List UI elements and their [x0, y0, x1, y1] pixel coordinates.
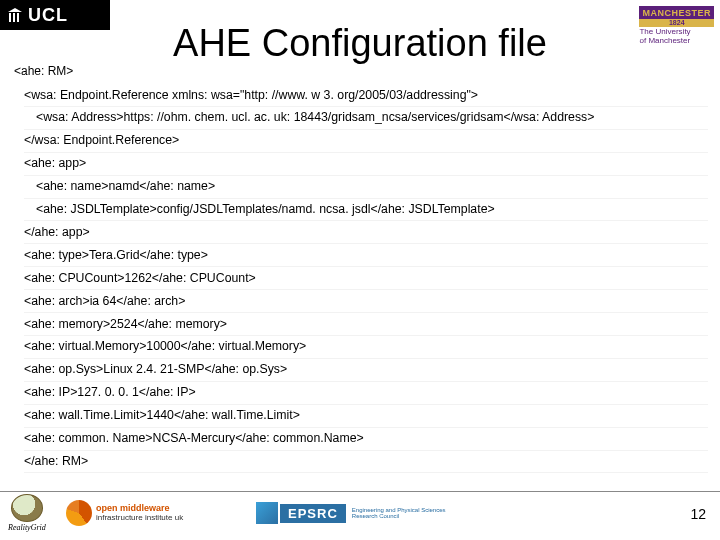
- footer: RealityGrid open middleware infrastructu…: [0, 491, 720, 534]
- epsrc-sub2: Research Council: [352, 513, 446, 519]
- xml-line: <wsa: Address>https: //ohm. chem. ucl. a…: [24, 107, 708, 130]
- xml-line: <ahe: common. Name>NCSA-Mercury</ahe: co…: [24, 428, 708, 451]
- swirl-icon: [66, 500, 92, 526]
- xml-line: <ahe: arch>ia 64</ahe: arch>: [24, 290, 708, 313]
- ucl-portico-icon: [8, 8, 22, 22]
- omii-text: open middleware infrastructure institute…: [96, 504, 183, 522]
- realitygrid-logo: RealityGrid: [8, 494, 46, 532]
- slide-title: AHE Configuration file: [0, 22, 720, 65]
- xml-line: <ahe: virtual.Memory>10000</ahe: virtual…: [24, 336, 708, 359]
- globe-icon: [11, 494, 43, 522]
- xml-line: </ahe: app>: [24, 221, 708, 244]
- xml-line: <ahe: type>Tera.Grid</ahe: type>: [24, 244, 708, 267]
- root-tag: <ahe: RM>: [14, 64, 73, 78]
- epsrc-logo: EPSRC Engineering and Physical Sciences …: [256, 502, 446, 524]
- xml-line: <ahe: JSDLTemplate>config/JSDLTemplates/…: [24, 199, 708, 222]
- epsrc-text: EPSRC: [280, 504, 346, 523]
- xml-content: <wsa: Endpoint.Reference xmlns: wsa="htt…: [24, 84, 708, 473]
- xml-line: <ahe: IP>127. 0. 0. 1</ahe: IP>: [24, 382, 708, 405]
- omii-logo: open middleware infrastructure institute…: [66, 500, 183, 526]
- xml-line: <wsa: Endpoint.Reference xmlns: wsa="htt…: [24, 84, 708, 107]
- xml-line: <ahe: memory>2524</ahe: memory>: [24, 313, 708, 336]
- page-number: 12: [690, 506, 706, 522]
- xml-line: <ahe: CPUCount>1262</ahe: CPUCount>: [24, 267, 708, 290]
- xml-line: <ahe: app>: [24, 153, 708, 176]
- realitygrid-text: RealityGrid: [8, 523, 46, 532]
- xml-line: <ahe: op.Sys>Linux 2.4. 21-SMP</ahe: op.…: [24, 359, 708, 382]
- omii-rest: infrastructure institute uk: [96, 513, 183, 522]
- xml-line: </ahe: RM>: [24, 451, 708, 474]
- xml-line: <ahe: name>namd</ahe: name>: [24, 176, 708, 199]
- xml-line: </wsa: Endpoint.Reference>: [24, 130, 708, 153]
- xml-line: <ahe: wall.Time.Limit>1440</ahe: wall.Ti…: [24, 405, 708, 428]
- manchester-badge: MANCHESTER: [639, 6, 714, 19]
- epsrc-square-icon: [256, 502, 278, 524]
